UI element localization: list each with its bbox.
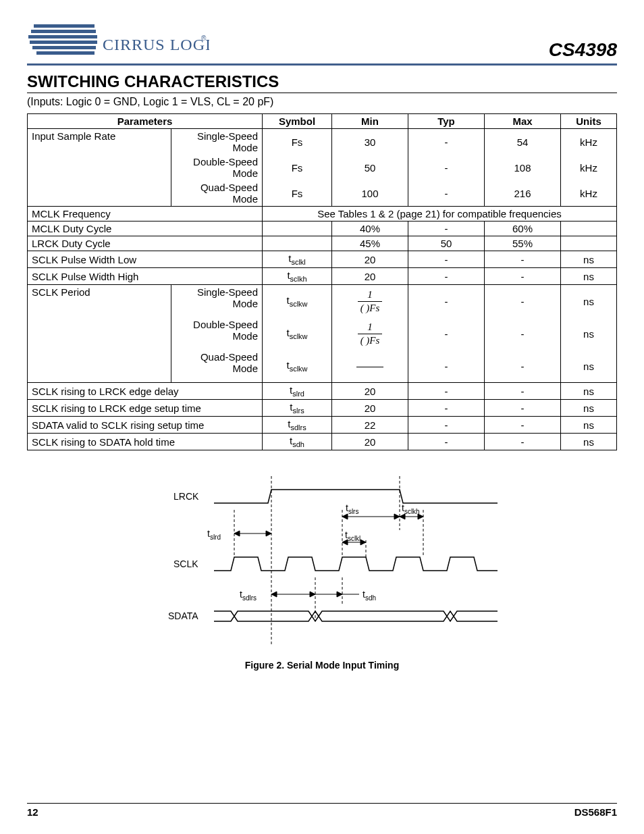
min-value: 20 [332,400,408,417]
param-mode: Double-Speed Mode [171,317,263,350]
min-value [332,350,408,383]
timing-t-slrd: tslrd [207,528,221,541]
max-value: - [485,251,561,268]
min-value: 1( )Fs [332,317,408,350]
max-value: - [485,350,561,383]
units-value: ns [561,400,617,417]
max-value: - [485,417,561,434]
units-value: kHz [561,129,617,155]
svg-marker-28 [310,592,315,597]
logo-registered-mark: ® [201,34,207,42]
timing-label-sdata: SDATA [168,610,198,621]
svg-rect-4 [32,46,96,49]
max-value: - [485,285,561,318]
symbol-value: tsclkl [263,251,332,268]
param-label: MCLK Frequency [28,207,263,221]
mclk-freq-note: See Tables 1 & 2 (page 21) for compatibl… [263,207,617,221]
figure-caption: Figure 2. Serial Mode Input Timing [133,660,511,671]
param-label: MCLK Duty Cycle [28,221,263,236]
svg-marker-27 [271,592,277,597]
symbol-value: tsclkw [263,317,332,350]
units-value: ns [561,434,617,450]
min-value: 1( )Fs [332,285,408,318]
min-value: 20 [332,268,408,285]
col-min: Min [332,114,408,129]
switching-characteristics-table: Parameters Symbol Min Typ Max Units Inpu… [27,113,617,450]
symbol-value: Fs [263,129,332,155]
table-row: SDATA valid to SCLK rising setup time ts… [28,417,617,434]
symbol-value: tsclkw [263,350,332,383]
col-units: Units [561,114,617,129]
svg-marker-30 [337,592,342,597]
timing-t-sclkh: tsclkh [402,502,420,515]
typ-value: - [408,251,485,268]
timing-t-slrs: tslrs [346,502,358,515]
param-mode: Single-Speed Mode [171,129,263,155]
typ-value: 50 [408,236,485,251]
page-number: 12 [27,806,38,818]
symbol-value: tsclkh [263,268,332,285]
logo-text: CIRRUS LOGIC [103,36,209,53]
param-label: SCLK rising to LRCK edge delay [28,383,263,400]
units-value: ns [561,417,617,434]
typ-value: - [408,434,485,450]
param-label: SCLK Pulse Width High [28,268,263,285]
param-label: SCLK rising to LRCK edge setup time [28,400,263,417]
param-mode: Double-Speed Mode [171,155,263,180]
max-value: - [485,400,561,417]
timing-t-sdlrs: tsdlrs [240,589,257,602]
table-row: SCLK rising to LRCK edge delay tslrd 20 … [28,383,617,400]
table-row: LRCK Duty Cycle 45% 50 55% [28,236,617,251]
max-value: 60% [485,221,561,236]
symbol-value: Fs [263,180,332,207]
min-value: 30 [332,129,408,155]
timing-t-sdh: tsdh [363,589,376,602]
param-label: SCLK rising to SDATA hold time [28,434,263,450]
typ-value: - [408,417,485,434]
units-value: kHz [561,180,617,207]
svg-rect-3 [30,41,97,44]
svg-marker-19 [394,514,400,519]
min-value: 100 [332,180,408,207]
param-label: SCLK Period [28,285,171,383]
max-value: 216 [485,180,561,207]
page-footer: 12 DS568F1 [27,803,617,818]
min-value: 45% [332,236,408,251]
typ-value: - [408,221,485,236]
svg-marker-25 [360,540,366,545]
units-value: ns [561,268,617,285]
units-value: ns [561,285,617,318]
col-typ: Typ [408,114,485,129]
col-parameters: Parameters [28,114,263,129]
min-value: 20 [332,383,408,400]
svg-marker-15 [234,531,240,536]
symbol-value: tsdh [263,434,332,450]
typ-value: - [408,285,485,318]
symbol-value [263,221,332,236]
units-value [561,221,617,236]
part-number: CS4398 [549,39,617,61]
units-value [561,236,617,251]
typ-value: - [408,180,485,207]
col-symbol: Symbol [263,114,332,129]
typ-value: - [408,268,485,285]
max-value: 108 [485,155,561,180]
table-header-row: Parameters Symbol Min Typ Max Units [28,114,617,129]
table-row: SCLK rising to SDATA hold time tsdh 20 -… [28,434,617,450]
header-rule [27,63,617,66]
symbol-value: tsdlrs [263,417,332,434]
symbol-value: tslrd [263,383,332,400]
symbol-value: tsclkw [263,285,332,318]
table-row: SCLK rising to LRCK edge setup time tslr… [28,400,617,417]
min-value: 20 [332,251,408,268]
param-label: LRCK Duty Cycle [28,236,263,251]
param-label: Input Sample Rate [28,129,171,207]
param-label: SDATA valid to SCLK rising setup time [28,417,263,434]
min-value: 40% [332,221,408,236]
max-value: - [485,317,561,350]
symbol-value: Fs [263,155,332,180]
timing-diagram: LRCK SCLK SDATA tslrd tslrs tsclkh tsclk… [133,469,511,671]
symbol-value: tslrs [263,400,332,417]
max-value: - [485,383,561,400]
units-value: ns [561,317,617,350]
